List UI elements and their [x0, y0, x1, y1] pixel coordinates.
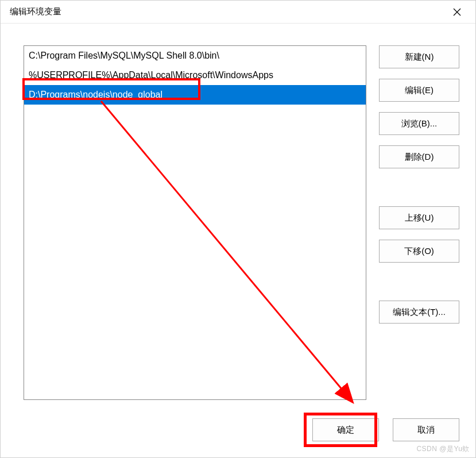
list-item[interactable]: %USERPROFILE%\AppData\Local\Microsoft\Wi…: [24, 66, 366, 85]
edit-text-button[interactable]: 编辑文本(T)...: [379, 301, 459, 324]
list-item[interactable]: C:\Program Files\MySQL\MySQL Shell 8.0\b…: [24, 46, 366, 66]
edit-button[interactable]: 编辑(E): [379, 79, 459, 102]
watermark: CSDN @是Yu欸: [416, 444, 470, 454]
browse-button[interactable]: 浏览(B)...: [379, 112, 459, 135]
cancel-button[interactable]: 取消: [393, 418, 459, 441]
dialog-title: 编辑环境变量: [10, 6, 61, 17]
new-button[interactable]: 新建(N): [379, 45, 459, 68]
delete-button[interactable]: 删除(D): [379, 145, 459, 168]
move-down-button[interactable]: 下移(O): [379, 240, 459, 263]
move-up-button[interactable]: 上移(U): [379, 206, 459, 229]
close-button[interactable]: [446, 3, 469, 21]
close-icon: [453, 8, 461, 16]
path-list[interactable]: C:\Program Files\MySQL\MySQL Shell 8.0\b…: [24, 45, 366, 400]
titlebar: 编辑环境变量: [1, 1, 475, 24]
side-button-column: 新建(N) 编辑(E) 浏览(B)... 删除(D) 上移(U) 下移(O) 编…: [379, 45, 459, 334]
ok-button[interactable]: 确定: [312, 418, 379, 441]
bottom-button-row: 确定 取消: [312, 418, 459, 441]
list-item[interactable]: D:\Programs\nodejs\node_global: [24, 85, 366, 105]
environment-variable-edit-dialog: 编辑环境变量 C:\Program Files\MySQL\MySQL Shel…: [0, 0, 476, 458]
